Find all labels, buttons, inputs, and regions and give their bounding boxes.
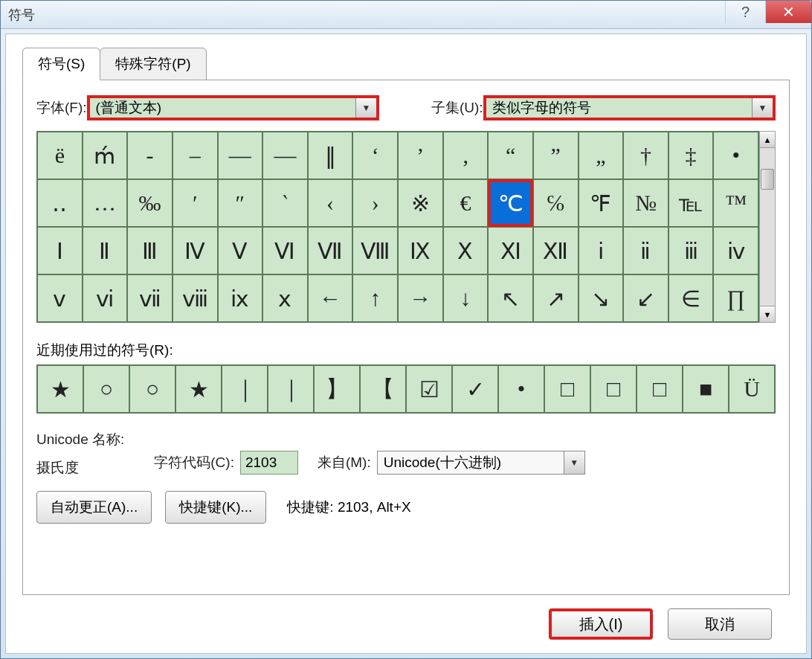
symbol-cell[interactable]: •: [713, 132, 758, 179]
symbol-cell[interactable]: ⅹ: [262, 274, 308, 322]
symbol-cell[interactable]: ″: [218, 179, 263, 227]
symbol-cell[interactable]: ™: [713, 179, 758, 227]
symbol-cell[interactable]: ‖: [308, 132, 353, 179]
symbol-cell[interactable]: Ⅷ: [352, 227, 398, 274]
scroll-track[interactable]: [760, 148, 775, 306]
recent-symbol-cell[interactable]: □: [590, 365, 637, 413]
symbol-cell[interactable]: ⅱ: [623, 227, 668, 274]
symbol-cell[interactable]: ⅴ: [37, 274, 83, 322]
symbol-cell[interactable]: „: [579, 132, 624, 179]
scroll-up-icon[interactable]: ▲: [760, 132, 775, 148]
symbol-cell[interactable]: ‥: [37, 179, 83, 227]
symbol-cell[interactable]: Ⅱ: [83, 227, 128, 274]
symbol-cell[interactable]: ⅷ: [173, 274, 218, 322]
symbol-cell[interactable]: ‹: [308, 179, 353, 227]
symbol-cell[interactable]: ⅵ: [83, 274, 128, 322]
symbol-cell[interactable]: ‘: [352, 132, 398, 179]
recent-symbol-cell[interactable]: ★: [175, 365, 222, 413]
symbol-cell[interactable]: ∈: [668, 274, 714, 322]
symbol-cell[interactable]: —: [218, 132, 263, 179]
symbol-cell[interactable]: “: [488, 132, 533, 179]
symbol-cell[interactable]: ↗: [533, 274, 579, 322]
recent-symbol-cell[interactable]: ｜: [222, 365, 268, 413]
cancel-button[interactable]: 取消: [668, 608, 772, 640]
dropdown-icon[interactable]: ▼: [752, 98, 773, 118]
symbol-cell[interactable]: –: [173, 132, 218, 179]
recent-symbol-cell[interactable]: •: [498, 365, 544, 413]
recent-symbols-grid[interactable]: ★○○★｜｜】【☑✓•□□□■Ü: [36, 364, 776, 414]
symbol-cell[interactable]: →: [398, 274, 443, 322]
symbol-cell[interactable]: ё: [37, 132, 83, 179]
symbol-cell[interactable]: ›: [352, 179, 398, 227]
symbol-cell[interactable]: Ⅹ: [443, 227, 489, 274]
symbol-cell[interactable]: Ⅶ: [308, 227, 353, 274]
symbol-cell[interactable]: ←: [308, 274, 353, 322]
symbol-cell[interactable]: ‵: [262, 179, 308, 227]
symbol-cell[interactable]: €: [443, 179, 489, 227]
symbol-cell[interactable]: Ⅵ: [262, 227, 308, 274]
recent-symbol-cell[interactable]: ✓: [452, 365, 498, 413]
tab-symbols[interactable]: 符号(S): [22, 48, 100, 80]
symbol-cell[interactable]: ‚: [443, 132, 489, 179]
close-button[interactable]: ✕: [765, 1, 811, 23]
symbol-cell[interactable]: ↘: [579, 274, 624, 322]
char-code-input[interactable]: 2103: [240, 451, 298, 475]
symbol-cell[interactable]: ⅶ: [127, 274, 173, 322]
grid-scrollbar[interactable]: ▲ ▼: [759, 131, 776, 323]
symbol-cell[interactable]: Ⅲ: [127, 227, 173, 274]
symbol-cell[interactable]: Ⅺ: [488, 227, 533, 274]
symbol-grid[interactable]: ёḿ-–—―‖‘’‚“”„†‡•‥…‰′″‵‹›※€℃℅℉№℡™ⅠⅡⅢⅣⅤⅥⅦⅧ…: [36, 131, 759, 323]
symbol-cell[interactable]: -: [127, 132, 173, 179]
shortcut-key-button[interactable]: 快捷键(K)...: [165, 491, 266, 524]
tab-special-chars[interactable]: 特殊字符(P): [100, 48, 206, 80]
symbol-cell[interactable]: ℡: [668, 179, 714, 227]
help-button[interactable]: ?: [725, 1, 765, 23]
recent-symbol-cell[interactable]: ★: [37, 365, 83, 413]
recent-symbol-cell[interactable]: 【: [360, 365, 406, 413]
scroll-down-icon[interactable]: ▼: [760, 306, 775, 322]
subset-combo[interactable]: 类似字母的符号 ▼: [483, 95, 776, 120]
symbol-cell[interactable]: ⅲ: [668, 227, 714, 274]
recent-symbol-cell[interactable]: ○: [129, 365, 175, 413]
symbol-cell[interactable]: Ⅳ: [173, 227, 218, 274]
symbol-cell[interactable]: ※: [398, 179, 443, 227]
symbol-cell[interactable]: ′: [173, 179, 218, 227]
symbol-cell[interactable]: ↑: [352, 274, 398, 322]
symbol-cell[interactable]: ↙: [623, 274, 668, 322]
symbol-cell[interactable]: ―: [262, 132, 308, 179]
symbol-cell[interactable]: ’: [398, 132, 443, 179]
symbol-cell[interactable]: ℅: [533, 179, 579, 227]
symbol-cell[interactable]: ↖: [488, 274, 533, 322]
font-combo[interactable]: (普通文本) ▼: [87, 95, 379, 120]
recent-symbol-cell[interactable]: ■: [683, 365, 729, 413]
symbol-cell[interactable]: ℉: [579, 179, 624, 227]
symbol-cell[interactable]: Ⅴ: [218, 227, 263, 274]
recent-symbol-cell[interactable]: ☑: [406, 365, 452, 413]
symbol-cell[interactable]: ‡: [668, 132, 714, 179]
symbol-cell[interactable]: ḿ: [83, 132, 128, 179]
from-combo[interactable]: Unicode(十六进制) ▼: [377, 451, 585, 475]
dropdown-icon[interactable]: ▼: [564, 451, 584, 474]
symbol-cell[interactable]: Ⅻ: [533, 227, 579, 274]
symbol-cell[interactable]: ℃: [488, 179, 533, 227]
symbol-cell[interactable]: ⅰ: [579, 227, 624, 274]
insert-button[interactable]: 插入(I): [549, 608, 653, 640]
recent-symbol-cell[interactable]: ○: [83, 365, 129, 413]
symbol-cell[interactable]: Ⅸ: [398, 227, 443, 274]
symbol-cell[interactable]: …: [83, 179, 128, 227]
symbol-cell[interactable]: ‰: [127, 179, 173, 227]
recent-symbol-cell[interactable]: □: [544, 365, 590, 413]
symbol-cell[interactable]: ”: [533, 132, 579, 179]
autocorrect-button[interactable]: 自动更正(A)...: [36, 491, 152, 524]
symbol-cell[interactable]: ↓: [443, 274, 489, 322]
symbol-cell[interactable]: Ⅰ: [37, 227, 83, 274]
symbol-cell[interactable]: ∏: [713, 274, 758, 322]
recent-symbol-cell[interactable]: □: [637, 365, 683, 413]
symbol-cell[interactable]: †: [623, 132, 668, 179]
recent-symbol-cell[interactable]: ｜: [268, 365, 314, 413]
symbol-cell[interactable]: №: [623, 179, 668, 227]
symbol-cell[interactable]: ⅳ: [713, 227, 758, 274]
recent-symbol-cell[interactable]: 】: [314, 365, 360, 413]
recent-symbol-cell[interactable]: Ü: [729, 365, 775, 413]
dropdown-icon[interactable]: ▼: [355, 98, 376, 118]
